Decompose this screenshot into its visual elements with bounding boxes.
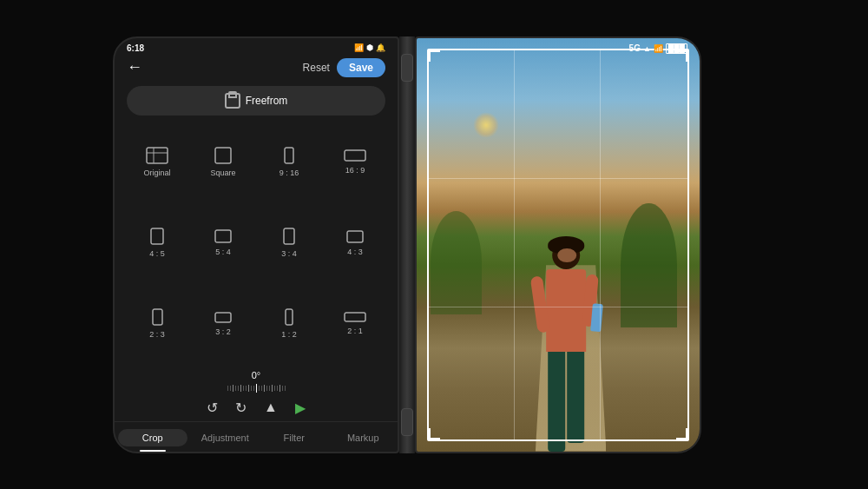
svg-rect-4 xyxy=(285,148,293,163)
aspect-5-4[interactable]: 5 : 4 xyxy=(193,205,253,281)
4-3-icon xyxy=(345,229,365,244)
5-4-label: 5 : 4 xyxy=(215,248,231,256)
rotate-right-button[interactable]: ↻ xyxy=(235,400,247,416)
network-label: 5G xyxy=(629,43,641,53)
tick xyxy=(261,386,262,391)
wifi-icon: 📶 xyxy=(354,43,364,52)
original-icon xyxy=(145,146,169,165)
flip-button[interactable]: ▲ xyxy=(264,400,278,416)
3-4-label: 3 : 4 xyxy=(281,249,297,258)
svg-rect-13 xyxy=(345,313,365,321)
3-2-icon xyxy=(214,311,233,324)
right-phone-panel: 5G ▲ 📶 ███ xyxy=(415,36,701,453)
9-16-label: 9 : 16 xyxy=(279,169,299,177)
grid-v1 xyxy=(514,50,515,439)
svg-rect-8 xyxy=(284,228,294,244)
reset-button[interactable]: Reset xyxy=(303,62,330,74)
left-phone-panel: 6:18 📶 ⬢ 🔔 ← Reset Save Freefrom xyxy=(113,36,399,453)
tick xyxy=(269,386,270,391)
wifi-icon-right: 📶 xyxy=(654,44,663,53)
svg-rect-9 xyxy=(347,231,363,242)
tick-major xyxy=(248,385,249,392)
rotation-slider[interactable] xyxy=(127,384,385,393)
aspect-2-1[interactable]: 2 : 1 xyxy=(325,286,385,361)
notification-icon: 🔔 xyxy=(376,43,385,52)
aspect-16-9[interactable]: 16 : 9 xyxy=(325,124,385,200)
tick xyxy=(251,386,252,391)
aspect-4-5[interactable]: 4 : 5 xyxy=(127,205,187,281)
svg-rect-6 xyxy=(151,228,163,244)
device-hinge xyxy=(399,36,415,453)
save-button[interactable]: Save xyxy=(337,58,385,77)
nav-actions: Reset Save xyxy=(303,58,385,77)
5-4-icon xyxy=(214,228,233,244)
1-2-label: 1 : 2 xyxy=(281,330,297,339)
9-16-icon xyxy=(283,146,295,165)
tab-adjustment[interactable]: Adjustment xyxy=(191,429,260,446)
hinge-connector-bottom xyxy=(401,408,413,436)
crop-grid xyxy=(429,50,687,439)
2-3-label: 2 : 3 xyxy=(149,330,165,339)
bottom-tabs: Crop Adjustment Filter Markup xyxy=(115,421,398,452)
tick-major xyxy=(233,385,233,392)
tick xyxy=(243,386,244,391)
battery-icon: ███ xyxy=(666,43,687,54)
aspect-2-3[interactable]: 2 : 3 xyxy=(127,286,187,361)
signal-icon: ▲ xyxy=(643,44,651,53)
freeform-label: Freefrom xyxy=(246,95,288,107)
tick-major xyxy=(240,385,241,392)
aspect-ratio-grid: Original Square 9 : 16 16 : 9 xyxy=(115,119,398,367)
tab-filter[interactable]: Filter xyxy=(260,429,329,446)
2-3-icon xyxy=(151,307,164,327)
tick xyxy=(274,386,275,391)
rotation-area: 0° xyxy=(115,367,398,394)
back-button[interactable]: ← xyxy=(127,58,142,76)
aspect-4-3[interactable]: 4 : 3 xyxy=(325,205,385,281)
tab-markup[interactable]: Markup xyxy=(329,429,398,446)
crop-overlay xyxy=(427,49,689,441)
2-1-icon xyxy=(343,311,367,323)
transform-tools: ↺ ↻ ▲ ▶ xyxy=(115,394,398,421)
aspect-3-2[interactable]: 3 : 2 xyxy=(193,286,253,361)
3-2-label: 3 : 2 xyxy=(215,327,231,336)
rotation-value: 0° xyxy=(127,370,385,380)
dual-screen-device: 6:18 📶 ⬢ 🔔 ← Reset Save Freefrom xyxy=(113,32,755,458)
tick xyxy=(277,386,278,391)
square-label: Square xyxy=(210,169,235,177)
tab-crop[interactable]: Crop xyxy=(118,429,187,446)
svg-rect-11 xyxy=(215,313,231,322)
tick xyxy=(285,386,286,391)
4-5-label: 4 : 5 xyxy=(149,249,165,258)
play-button[interactable]: ▶ xyxy=(295,400,306,416)
status-icons: 📶 ⬢ 🔔 xyxy=(354,43,385,52)
tick xyxy=(230,386,231,391)
rotate-left-button[interactable]: ↺ xyxy=(207,400,218,416)
4-5-icon xyxy=(149,227,165,246)
time-display: 6:18 xyxy=(127,43,144,53)
tick xyxy=(259,386,260,391)
aspect-original[interactable]: Original xyxy=(127,124,187,200)
tick xyxy=(282,386,283,391)
grid-h1 xyxy=(429,178,687,179)
aspect-1-2[interactable]: 1 : 2 xyxy=(259,286,319,361)
left-status-bar: 6:18 📶 ⬢ 🔔 xyxy=(115,38,398,55)
freeform-button[interactable]: Freefrom xyxy=(127,86,385,116)
tick-major xyxy=(272,385,273,392)
right-status-bar: 5G ▲ 📶 ███ xyxy=(417,38,700,59)
tick xyxy=(246,386,247,391)
2-1-label: 2 : 1 xyxy=(347,327,363,335)
photo-background xyxy=(417,38,700,452)
aspect-3-4[interactable]: 3 : 4 xyxy=(259,205,319,281)
svg-rect-10 xyxy=(153,309,162,325)
aspect-square[interactable]: Square xyxy=(193,124,253,200)
svg-rect-5 xyxy=(345,150,365,161)
1-2-icon xyxy=(284,307,294,327)
bluetooth-icon: ⬢ xyxy=(366,43,373,52)
16-9-label: 16 : 9 xyxy=(345,166,365,175)
tick xyxy=(266,386,267,391)
tick xyxy=(235,386,236,391)
aspect-9-16[interactable]: 9 : 16 xyxy=(259,124,319,200)
tick-major xyxy=(279,385,280,392)
tick xyxy=(227,386,228,391)
tick xyxy=(253,386,254,391)
